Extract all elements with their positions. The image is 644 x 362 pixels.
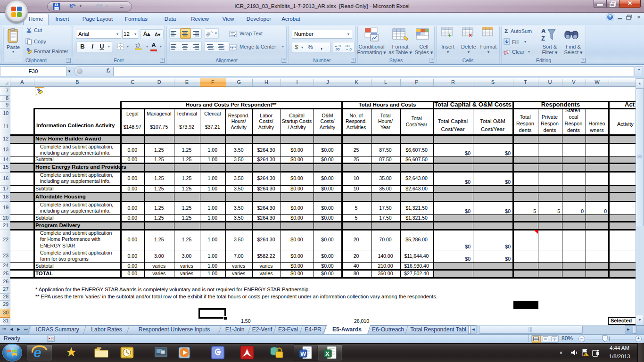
svg-text:a: a xyxy=(231,45,233,49)
svg-text:W: W xyxy=(300,350,306,357)
svg-text:X: X xyxy=(325,350,330,357)
svg-text:+: + xyxy=(448,32,452,38)
svg-text:×: × xyxy=(469,32,472,38)
svg-text:.00: .00 xyxy=(335,47,339,51)
svg-text:Z: Z xyxy=(541,35,545,42)
svg-text:ab: ab xyxy=(206,31,211,37)
svg-text:A: A xyxy=(541,27,546,34)
svg-text:!: ! xyxy=(585,354,586,356)
